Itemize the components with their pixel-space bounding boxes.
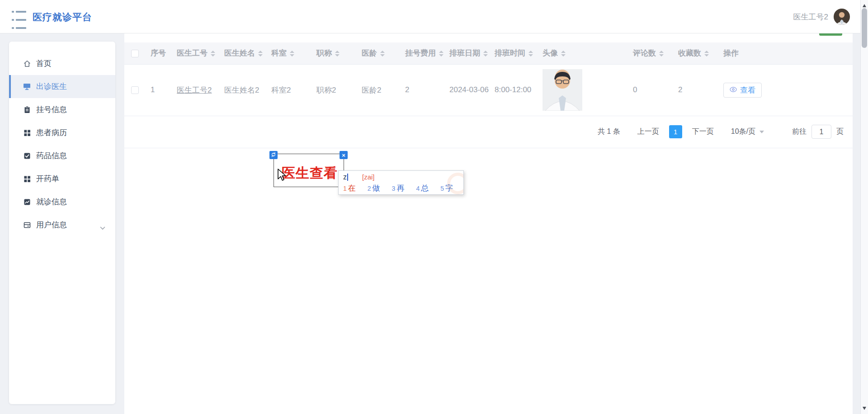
goto-page-input[interactable] xyxy=(811,125,831,139)
sidebar-item-medicine[interactable]: 药品信息 xyxy=(9,144,115,167)
pagination-bar: 共 1 条 上一页 1 下一页 10条/页 前往 页 xyxy=(124,116,853,148)
sidebar-item-label: 用户信息 xyxy=(36,220,67,230)
sidebar-item-label: 开药单 xyxy=(36,174,59,184)
panel-icon xyxy=(23,221,31,229)
sort-caret-icon[interactable] xyxy=(659,51,664,56)
chevron-down-icon xyxy=(760,131,764,136)
scrollbar-thumb[interactable] xyxy=(862,8,867,48)
sort-caret-icon[interactable] xyxy=(561,51,566,56)
sort-caret-icon[interactable] xyxy=(380,51,385,56)
partial-toolbar-button[interactable] xyxy=(819,33,842,36)
sidebar-item-label: 首页 xyxy=(36,58,52,69)
table-row: 1 医生工号2 医生姓名2 科室2 职称2 医龄2 2 2024-03-06 8… xyxy=(124,64,853,116)
sidebar-item-prescriptions[interactable]: 开药单 xyxy=(9,167,115,190)
scroll-up-arrow-icon[interactable] xyxy=(863,2,866,7)
sidebar-item-label: 就诊信息 xyxy=(36,197,67,207)
sort-caret-icon[interactable] xyxy=(290,51,294,56)
app-header: 医疗就诊平台 医生工号2 xyxy=(0,0,868,33)
next-page-button[interactable]: 下一页 xyxy=(692,127,714,136)
checked-box-icon xyxy=(23,151,31,160)
column-header: 序号 xyxy=(145,42,171,64)
sort-caret-icon[interactable] xyxy=(258,51,263,56)
column-header[interactable]: 科室 xyxy=(266,42,311,64)
cell-date: 2024-03-06 xyxy=(444,64,489,116)
view-button-label: 查看 xyxy=(740,85,755,95)
sidebar-item-doctors[interactable]: 出诊医生 xyxy=(9,75,115,98)
column-header[interactable]: 挂号费用 xyxy=(400,42,444,64)
column-header[interactable]: 头像 xyxy=(537,42,627,64)
app-title: 医疗就诊平台 xyxy=(33,11,92,24)
sort-caret-icon[interactable] xyxy=(704,51,709,56)
sidebar-item-label: 挂号信息 xyxy=(36,104,67,115)
page-size-select[interactable]: 10条/页 xyxy=(731,127,764,136)
sidebar-item-registration[interactable]: 挂号信息 xyxy=(9,98,115,121)
page-gutter xyxy=(853,33,860,414)
doctors-table: 序号 医生工号 医生姓名 科室 职称 医龄 挂号费用 排班日期 排班时间 头像 … xyxy=(124,42,853,116)
column-header[interactable]: 职称 xyxy=(311,42,356,64)
cell-doctor-name: 医生姓名2 xyxy=(219,64,266,116)
ime-candidate[interactable]: 2做 xyxy=(368,183,380,193)
ime-typed-text: z xyxy=(343,173,347,181)
sort-caret-icon[interactable] xyxy=(483,51,488,56)
column-header: 操作 xyxy=(718,42,853,64)
vertical-scrollbar[interactable] xyxy=(860,0,868,414)
column-header[interactable]: 排班日期 xyxy=(444,42,489,64)
column-header[interactable]: 评论数 xyxy=(627,42,673,64)
column-header[interactable]: 医生姓名 xyxy=(219,42,266,64)
page-size-label: 10条/页 xyxy=(731,127,755,136)
chevron-down-icon xyxy=(100,223,105,232)
sidebar-item-users[interactable]: 用户信息 xyxy=(9,213,115,236)
select-all-checkbox[interactable] xyxy=(131,50,139,57)
mouse-cursor-icon xyxy=(277,168,288,183)
refresh-handle-button[interactable] xyxy=(269,151,278,159)
total-count: 共 1 条 xyxy=(598,127,620,136)
ime-candidate[interactable]: 4总 xyxy=(416,183,429,193)
sidebar: 首页 出诊医生 挂号信息 患者病历 药品信息 开药单 就诊信息 xyxy=(9,42,115,404)
ime-candidate[interactable]: 1在 xyxy=(343,183,356,193)
close-icon: × xyxy=(342,152,345,158)
doctor-id-link[interactable]: 医生工号2 xyxy=(177,86,212,94)
ime-popup: z [zai] 1在 2做 3再 4总 5字 ‹ › xyxy=(338,170,464,195)
cell-favorites: 2 xyxy=(673,64,718,116)
row-checkbox[interactable] xyxy=(131,86,139,94)
cell-department: 科室2 xyxy=(266,64,311,116)
sidebar-item-visits[interactable]: 就诊信息 xyxy=(9,190,115,213)
scroll-down-arrow-icon[interactable] xyxy=(863,407,866,412)
grid-icon xyxy=(23,174,31,183)
sort-caret-icon[interactable] xyxy=(335,51,340,56)
refresh-icon xyxy=(271,151,276,159)
menu-toggle-icon[interactable] xyxy=(12,11,26,23)
ime-pinyin-reading: [zai] xyxy=(362,173,375,181)
sidebar-item-label: 药品信息 xyxy=(36,151,67,161)
clipboard-icon xyxy=(23,105,31,114)
cell-no: 1 xyxy=(145,64,171,116)
goto-label: 前往 xyxy=(792,127,807,136)
sort-caret-icon[interactable] xyxy=(211,51,215,56)
prev-page-button[interactable]: 上一页 xyxy=(637,127,659,136)
column-header[interactable]: 医龄 xyxy=(356,42,400,64)
view-button[interactable]: 查看 xyxy=(723,83,762,98)
user-avatar-icon[interactable] xyxy=(834,9,850,25)
page-number-active[interactable]: 1 xyxy=(669,125,682,138)
sidebar-item-home[interactable]: 首页 xyxy=(9,52,115,75)
column-header[interactable]: 排班时间 xyxy=(489,42,537,64)
close-handle-button[interactable]: × xyxy=(340,151,348,159)
column-header[interactable]: 收藏数 xyxy=(673,42,718,64)
overlay-annotation-text: 医生查看 xyxy=(282,164,338,183)
cell-job-title: 职称2 xyxy=(311,64,356,116)
sidebar-item-patient-records[interactable]: 患者病历 xyxy=(9,121,115,144)
sort-caret-icon[interactable] xyxy=(439,51,443,56)
text-caret xyxy=(347,174,348,181)
ime-candidate[interactable]: 3再 xyxy=(392,183,405,193)
column-header[interactable]: 医生工号 xyxy=(171,42,219,64)
monitor-icon xyxy=(23,82,31,91)
eye-icon xyxy=(730,85,737,94)
sort-caret-icon[interactable] xyxy=(528,51,533,56)
cell-comments: 0 xyxy=(627,64,673,116)
cell-fee: 2 xyxy=(400,64,444,116)
grid-icon xyxy=(23,128,31,137)
medical-platform-screen: { "app": { "title": "医疗就诊平台" }, "user": … xyxy=(0,0,868,414)
doctor-photo xyxy=(542,69,582,111)
goto-unit: 页 xyxy=(836,127,844,136)
home-icon xyxy=(23,59,31,68)
